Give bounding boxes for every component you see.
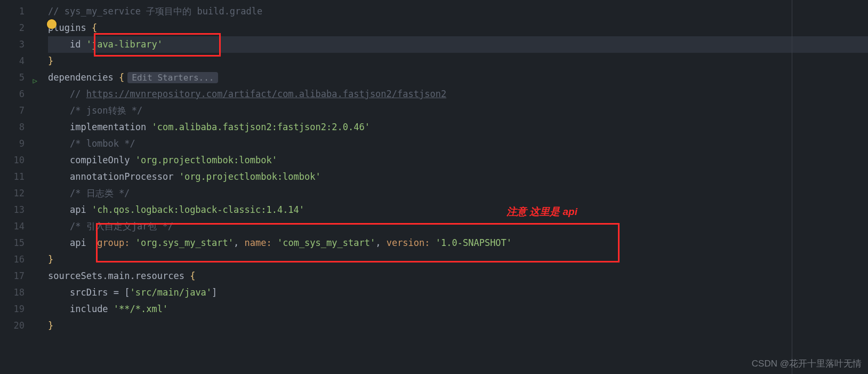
line-number: 8 — [0, 119, 25, 136]
line-number: 9 — [0, 136, 25, 152]
code-line[interactable]: compileOnly 'org.projectlombok:lombok' — [48, 152, 868, 169]
lightbulb-icon[interactable] — [47, 19, 57, 29]
line-number: 13 — [0, 202, 25, 218]
code-line[interactable]: id 'java-library' — [48, 36, 868, 53]
edit-starters-hint[interactable]: Edit Starters... — [127, 72, 218, 83]
code-line[interactable]: dependencies {Edit Starters... — [48, 69, 868, 86]
line-number: 3 — [0, 36, 25, 53]
code-line[interactable]: api group: 'org.sys_my_start', name: 'co… — [48, 235, 868, 251]
annotation-text: 注意 这里是 api — [507, 205, 577, 219]
code-line[interactable]: /* json转换 */ — [48, 102, 868, 119]
code-line[interactable]: } — [48, 53, 868, 69]
code-line[interactable]: } — [48, 317, 868, 334]
code-line[interactable]: // https://mvnrepository.com/artifact/co… — [48, 86, 868, 102]
code-line[interactable]: /* 引入自定义jar包 */ — [48, 218, 868, 235]
code-line[interactable]: } — [48, 251, 868, 268]
line-number: 11 — [0, 169, 25, 185]
line-number: 17 — [0, 268, 25, 284]
code-line[interactable]: include '**/*.xml' — [48, 301, 868, 317]
line-number: 10 — [0, 152, 25, 169]
repo-link[interactable]: https://mvnrepository.com/artifact/com.a… — [86, 89, 447, 99]
line-number: 12 — [0, 185, 25, 202]
line-number: 1 — [0, 3, 25, 20]
code-line[interactable]: annotationProcessor 'org.projectlombok:l… — [48, 169, 868, 185]
code-line[interactable]: /* 日志类 */ — [48, 185, 868, 202]
line-number: 20 — [0, 317, 25, 334]
code-line[interactable]: sourceSets.main.resources { — [48, 268, 868, 284]
line-number-gutter: 1 2 3 4 5▷ 6 7 8 9 10 11 12 13 14 15 16 … — [0, 0, 34, 374]
watermark-text: CSDN @花开十里落叶无情 — [752, 357, 862, 370]
editor-guide-line — [792, 0, 792, 374]
line-number: 15 — [0, 235, 25, 251]
code-editor[interactable]: 1 2 3 4 5▷ 6 7 8 9 10 11 12 13 14 15 16 … — [0, 0, 868, 374]
code-line[interactable]: srcDirs = ['src/main/java'] — [48, 284, 868, 301]
code-line[interactable]: // sys_my_service 子项目中的 build.gradle — [48, 3, 868, 20]
line-number: 18 — [0, 284, 25, 301]
code-area[interactable]: // sys_my_service 子项目中的 build.gradle plu… — [34, 0, 868, 374]
line-number: 4 — [0, 53, 25, 69]
code-line[interactable]: /* lombok */ — [48, 136, 868, 152]
line-number: 2 — [0, 20, 25, 36]
code-line[interactable]: plugins { — [48, 20, 868, 36]
code-line[interactable]: implementation 'com.alibaba.fastjson2:fa… — [48, 119, 868, 136]
line-number: 16 — [0, 251, 25, 268]
code-line[interactable]: api 'ch.qos.logback:logback-classic:1.4.… — [48, 202, 868, 218]
line-number: 5▷ — [0, 69, 25, 86]
line-number: 7 — [0, 102, 25, 119]
line-number: 19 — [0, 301, 25, 317]
line-number: 6 — [0, 86, 25, 102]
line-number: 14 — [0, 218, 25, 235]
